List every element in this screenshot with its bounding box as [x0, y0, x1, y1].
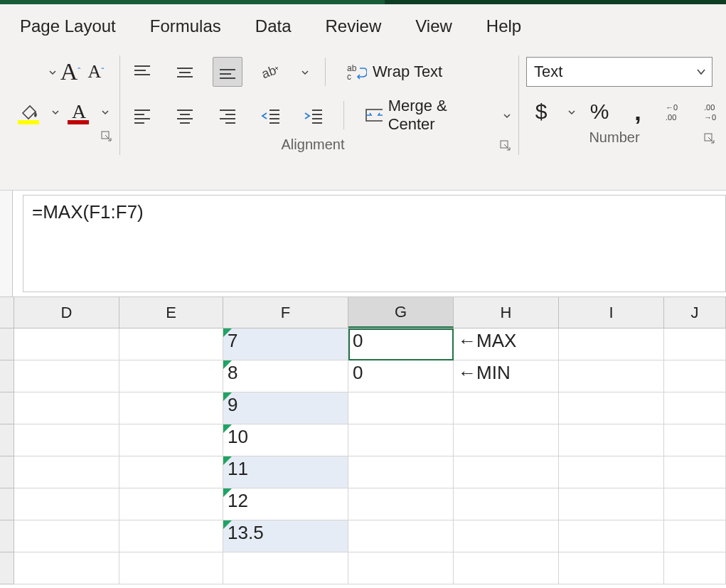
increase-font-size-button[interactable]: Aˆ [58, 57, 82, 87]
cell-D2[interactable] [14, 360, 119, 392]
align-middle-button[interactable] [170, 57, 200, 87]
font-group-launcher-icon[interactable] [101, 129, 114, 142]
cell-D8[interactable] [14, 552, 119, 584]
cell-G2[interactable]: 0 [348, 360, 454, 392]
alignment-group-launcher-icon[interactable] [500, 139, 513, 151]
cell-J5[interactable] [664, 456, 726, 488]
cell-I1[interactable] [559, 328, 664, 360]
cell-F8[interactable] [223, 552, 348, 584]
tab-help[interactable]: Help [486, 16, 521, 36]
row-header[interactable] [0, 552, 14, 584]
orientation-button[interactable]: ab [255, 57, 285, 87]
cell-F3[interactable]: 9 [223, 392, 348, 424]
cell-H1[interactable]: ←MAX [454, 328, 559, 360]
decrease-indent-button[interactable] [255, 100, 285, 130]
tab-review[interactable]: Review [326, 16, 382, 36]
align-bottom-button[interactable] [213, 57, 242, 87]
cell-E2[interactable] [119, 360, 223, 392]
cell-J8[interactable] [664, 552, 726, 584]
column-header-F[interactable]: F [223, 297, 348, 328]
row-header[interactable] [0, 424, 14, 456]
cell-F2[interactable]: 8 [223, 360, 348, 392]
cell-E1[interactable] [119, 328, 223, 360]
tab-view[interactable]: View [415, 16, 452, 36]
cell-I4[interactable] [559, 424, 664, 456]
cell-F5[interactable]: 11 [223, 456, 348, 488]
cell-F7[interactable]: 13.5 [223, 520, 348, 552]
column-header-I[interactable]: I [559, 297, 664, 328]
font-color-dropdown-icon[interactable] [101, 105, 110, 118]
orientation-dropdown-icon[interactable] [301, 65, 309, 78]
decrease-decimal-button[interactable]: .00→0 [700, 97, 726, 127]
cell-I5[interactable] [559, 456, 664, 488]
font-size-dropdown-icon[interactable] [48, 65, 57, 78]
merge-center-dropdown-icon[interactable] [503, 109, 511, 122]
cell-J1[interactable] [664, 328, 726, 360]
cell-F1[interactable]: 7 [223, 328, 348, 360]
cell-E7[interactable] [119, 520, 223, 552]
cell-D4[interactable] [14, 424, 119, 456]
cell-G4[interactable] [348, 424, 454, 456]
accounting-format-dropdown-icon[interactable] [567, 105, 576, 118]
font-color-button[interactable]: A [64, 97, 94, 127]
name-box[interactable] [0, 191, 13, 296]
row-header[interactable] [0, 456, 14, 488]
cell-D3[interactable] [14, 392, 119, 424]
comma-style-button[interactable]: , [623, 97, 653, 127]
worksheet-grid[interactable]: D E F G H I J 7 0 ←MAX 8 0 ←MIN [0, 297, 726, 584]
cell-H7[interactable] [454, 520, 559, 552]
cell-G6[interactable] [348, 488, 454, 520]
cell-G5[interactable] [348, 456, 454, 488]
cell-H2[interactable]: ←MIN [454, 360, 559, 392]
row-header[interactable] [0, 360, 14, 392]
column-header-D[interactable]: D [14, 297, 119, 328]
cell-I8[interactable] [559, 552, 664, 584]
column-header-E[interactable]: E [119, 297, 223, 328]
cell-J4[interactable] [664, 424, 726, 456]
increase-decimal-button[interactable]: ←0.00 [661, 97, 691, 127]
cell-I3[interactable] [559, 392, 664, 424]
tab-data[interactable]: Data [255, 16, 292, 36]
cell-I7[interactable] [559, 520, 664, 552]
cell-H3[interactable] [454, 392, 559, 424]
decrease-font-size-button[interactable]: Aˇ [84, 57, 108, 87]
number-format-dropdown[interactable]: Text [526, 57, 712, 87]
increase-indent-button[interactable] [298, 100, 328, 130]
tab-formulas[interactable]: Formulas [150, 16, 221, 36]
cell-I6[interactable] [559, 488, 664, 520]
cell-D1[interactable] [14, 328, 119, 360]
cell-D7[interactable] [14, 520, 119, 552]
cell-G7[interactable] [348, 520, 454, 552]
number-group-launcher-icon[interactable] [704, 132, 717, 144]
cell-F6[interactable]: 12 [223, 488, 348, 520]
cell-H5[interactable] [454, 456, 559, 488]
accounting-format-button[interactable]: $ [526, 97, 556, 127]
cell-H8[interactable] [454, 552, 559, 584]
align-top-button[interactable] [127, 57, 157, 87]
cell-E6[interactable] [119, 488, 223, 520]
fill-color-dropdown-icon[interactable] [51, 105, 60, 118]
cell-H6[interactable] [454, 488, 559, 520]
cell-J2[interactable] [664, 360, 726, 392]
tab-page-layout[interactable]: Page Layout [20, 16, 116, 36]
cell-G1[interactable]: 0 [348, 328, 454, 360]
cell-J6[interactable] [664, 488, 726, 520]
column-header-G[interactable]: G [348, 297, 454, 328]
formula-bar[interactable]: =MAX(F1:F7) [23, 195, 726, 292]
cell-E8[interactable] [119, 552, 223, 584]
cell-D5[interactable] [14, 456, 119, 488]
percent-style-button[interactable]: % [584, 97, 614, 127]
cell-H4[interactable] [454, 424, 559, 456]
column-header-J[interactable]: J [664, 297, 726, 328]
cell-G3[interactable] [348, 392, 454, 424]
row-header[interactable] [0, 392, 14, 424]
wrap-text-button[interactable]: abc Wrap Text [341, 57, 447, 87]
align-right-button[interactable] [213, 100, 242, 130]
merge-center-button[interactable]: Merge & Center [360, 97, 487, 134]
row-header[interactable] [0, 328, 14, 360]
cell-G8[interactable] [348, 552, 454, 584]
cell-F4[interactable]: 10 [223, 424, 348, 456]
cell-J3[interactable] [664, 392, 726, 424]
row-header[interactable] [0, 520, 14, 552]
cell-I2[interactable] [559, 360, 664, 392]
